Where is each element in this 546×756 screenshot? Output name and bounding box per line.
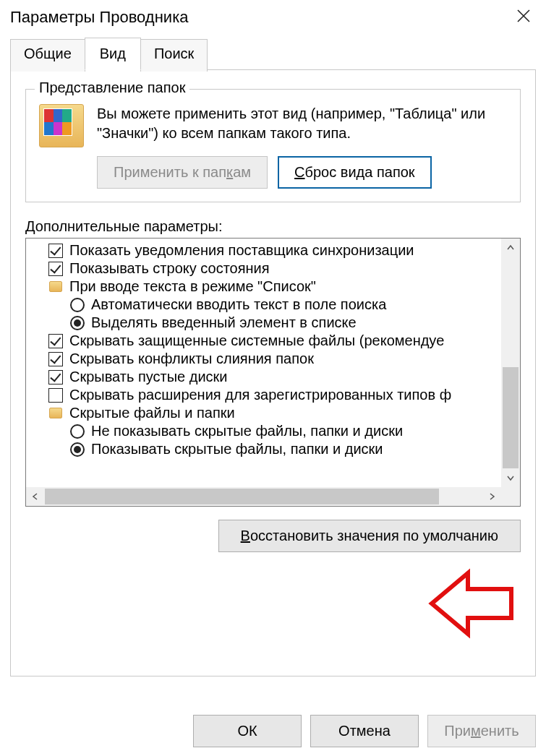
checkbox-icon[interactable] xyxy=(48,244,63,258)
scroll-corner xyxy=(501,487,520,506)
advanced-settings-label: Дополнительные параметры: xyxy=(25,218,521,235)
list-item[interactable]: Показать уведомления поставщика синхрони… xyxy=(26,241,501,259)
annotation-arrow-icon xyxy=(425,567,526,640)
scrollbar-thumb[interactable] xyxy=(503,367,519,468)
folder-views-title: Представление папок xyxy=(35,80,189,96)
close-icon xyxy=(516,8,532,24)
hscrollbar-thumb[interactable] xyxy=(45,489,439,504)
folder-icon xyxy=(49,408,62,418)
checkbox-icon[interactable] xyxy=(48,262,63,276)
folder-views-desc: Вы можете применить этот вид (например, … xyxy=(97,104,507,143)
folder-views-group: Представление папок Вы можете применить … xyxy=(25,89,521,202)
list-item-label: Показать уведомления поставщика синхрони… xyxy=(69,242,414,259)
scroll-down-icon[interactable] xyxy=(501,468,520,487)
list-item[interactable]: Показывать строку состояния xyxy=(26,259,501,278)
tab-search[interactable]: Поиск xyxy=(140,39,208,72)
list-item[interactable]: Скрывать защищенные системные файлы (рек… xyxy=(26,332,501,350)
list-item-label: Скрывать пустые диски xyxy=(69,369,228,385)
ok-button[interactable]: ОК xyxy=(193,715,302,747)
list-item: При вводе текста в режиме "Список" xyxy=(26,278,501,296)
window-title: Параметры Проводника xyxy=(10,8,188,27)
list-item[interactable]: Скрывать пустые диски xyxy=(26,368,501,386)
list-item-label: Автоматически вводить текст в поле поиск… xyxy=(91,296,386,313)
list-item-label: Скрывать конфликты слияния папок xyxy=(69,351,314,367)
checkbox-icon[interactable] xyxy=(48,334,63,348)
checkbox-icon[interactable] xyxy=(48,388,63,403)
checkbox-icon[interactable] xyxy=(48,352,63,366)
tab-panel-view: Представление папок Вы можете применить … xyxy=(10,69,536,676)
advanced-settings-list: Показать уведомления поставщика синхрони… xyxy=(25,238,521,507)
list-item-label: При вводе текста в режиме "Список" xyxy=(69,278,316,295)
radio-icon[interactable] xyxy=(70,442,85,457)
list-item-label: Не показывать скрытые файлы, папки и дис… xyxy=(91,423,403,439)
scroll-up-icon[interactable] xyxy=(501,239,520,257)
radio-icon[interactable] xyxy=(70,424,85,439)
list-item-label: Скрывать расширения для зарегистрированн… xyxy=(69,387,451,403)
list-item-label: Скрывать защищенные системные файлы (рек… xyxy=(69,332,444,349)
scroll-right-icon[interactable] xyxy=(482,487,501,506)
list-item[interactable]: Не показывать скрытые файлы, папки и дис… xyxy=(26,422,501,440)
radio-icon[interactable] xyxy=(70,298,85,312)
tabs: Общие Вид Поиск xyxy=(10,38,536,70)
tab-general[interactable]: Общие xyxy=(10,39,85,72)
title-bar: Параметры Проводника xyxy=(0,0,546,38)
cancel-button[interactable]: Отмена xyxy=(310,715,419,747)
list-item-label: Показывать строку состояния xyxy=(69,260,270,277)
scroll-left-icon[interactable] xyxy=(26,487,45,506)
list-item[interactable]: Скрывать конфликты слияния папок xyxy=(26,350,501,368)
list-item[interactable]: Скрывать расширения для зарегистрированн… xyxy=(26,386,501,404)
list-item-label: Выделять введенный элемент в списке xyxy=(91,314,357,331)
list-item[interactable]: Выделять введенный элемент в списке xyxy=(26,314,501,332)
list-item-label: Показывать скрытые файлы, папки и диски xyxy=(91,441,383,458)
tab-view[interactable]: Вид xyxy=(85,38,141,70)
list-item-label: Скрытые файлы и папки xyxy=(69,405,235,421)
list-item: Скрытые файлы и папки xyxy=(26,404,501,422)
apply-to-folders-button: Применить к папкам xyxy=(97,156,268,189)
vertical-scrollbar[interactable] xyxy=(501,239,520,487)
list-item[interactable]: Автоматически вводить текст в поле поиск… xyxy=(26,296,501,314)
reset-folders-button[interactable]: Сброс вида папок xyxy=(278,156,432,189)
folder-icon xyxy=(49,281,62,292)
radio-icon[interactable] xyxy=(70,316,85,330)
checkbox-icon[interactable] xyxy=(48,370,63,385)
close-button[interactable] xyxy=(511,6,536,29)
horizontal-scrollbar[interactable] xyxy=(26,487,501,506)
apply-button: Применить xyxy=(427,715,536,747)
list-item[interactable]: Показывать скрытые файлы, папки и диски xyxy=(26,440,501,458)
folder-preview-icon xyxy=(39,104,84,147)
restore-defaults-button[interactable]: Восстановить значения по умолчанию xyxy=(218,520,521,552)
dialog-button-row: ОК Отмена Применить xyxy=(193,715,536,747)
